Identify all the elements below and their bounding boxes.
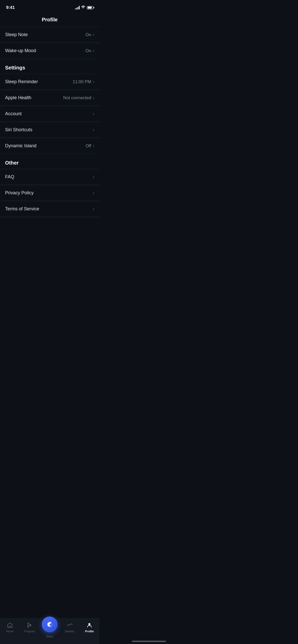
dynamic-island-value: Off: [86, 143, 91, 149]
other-section-header: Other: [0, 154, 99, 169]
apple-health-right: Not connected ›: [63, 95, 94, 100]
list-item-terms-of-service[interactable]: Terms of Service ›: [0, 201, 99, 217]
chevron-icon: ›: [93, 174, 94, 180]
battery-icon: [87, 6, 93, 9]
status-icons: [75, 6, 93, 10]
terms-label: Terms of Service: [5, 206, 39, 212]
page-title: Profile: [0, 14, 99, 27]
chevron-icon: ›: [93, 206, 94, 212]
status-bar: 9:41: [0, 0, 99, 14]
sleep-reminder-label: Sleep Reminder: [5, 79, 38, 84]
list-item-apple-health[interactable]: Apple Health Not connected ›: [0, 90, 99, 106]
sleep-reminder-right: 11:00 PM ›: [73, 79, 94, 84]
list-item-sleep-note[interactable]: Sleep Note On ›: [0, 27, 99, 43]
list-item-wakeup-mood[interactable]: Wake-up Mood On ›: [0, 43, 99, 59]
list-item-siri-shortcuts[interactable]: Siri Shortcuts ›: [0, 122, 99, 138]
siri-shortcuts-right: ›: [93, 127, 94, 133]
wakeup-mood-value: On: [85, 48, 91, 53]
privacy-policy-right: ›: [93, 190, 94, 196]
wifi-icon: [81, 6, 85, 10]
chevron-icon: ›: [93, 95, 94, 100]
chevron-icon: ›: [93, 111, 94, 116]
settings-section-header: Settings: [0, 59, 99, 74]
status-time: 9:41: [6, 5, 15, 10]
divider-8: [0, 217, 99, 217]
dynamic-island-label: Dynamic Island: [5, 143, 36, 149]
chevron-icon: ›: [93, 143, 94, 149]
chevron-icon: ›: [93, 32, 94, 37]
list-item-dynamic-island[interactable]: Dynamic Island Off ›: [0, 138, 99, 154]
siri-shortcuts-label: Siri Shortcuts: [5, 127, 32, 133]
list-item-privacy-policy[interactable]: Privacy Policy ›: [0, 185, 99, 201]
faq-label: FAQ: [5, 174, 14, 180]
list-item-faq[interactable]: FAQ ›: [0, 169, 99, 185]
sleep-note-value: On: [85, 32, 91, 37]
list-item-account[interactable]: Account ›: [0, 106, 99, 122]
chevron-icon: ›: [93, 79, 94, 84]
faq-right: ›: [93, 174, 94, 180]
apple-health-value: Not connected: [63, 95, 91, 100]
account-label: Account: [5, 111, 22, 116]
terms-right: ›: [93, 206, 94, 212]
wakeup-mood-label: Wake-up Mood: [5, 48, 36, 53]
chevron-icon: ›: [93, 48, 94, 53]
list-item-sleep-reminder[interactable]: Sleep Reminder 11:00 PM ›: [0, 74, 99, 90]
content-area: Sleep Note On › Wake-up Mood On › Settin…: [0, 27, 99, 240]
wakeup-mood-right: On ›: [85, 48, 94, 53]
privacy-policy-label: Privacy Policy: [5, 190, 34, 196]
dynamic-island-right: Off ›: [86, 143, 94, 149]
signal-icon: [75, 6, 80, 9]
sleep-note-right: On ›: [85, 32, 94, 37]
account-right: ›: [91, 111, 94, 116]
sleep-reminder-value: 11:00 PM: [73, 79, 91, 84]
chevron-icon: ›: [93, 190, 94, 196]
apple-health-label: Apple Health: [5, 95, 31, 100]
sleep-note-label: Sleep Note: [5, 32, 28, 37]
chevron-icon: ›: [93, 127, 94, 133]
